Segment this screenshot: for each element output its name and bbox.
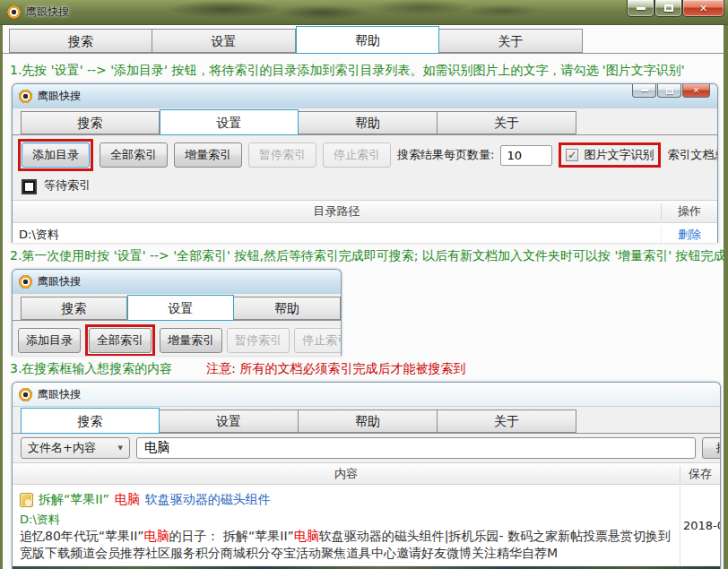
- highlight-box-ocr: 图片文字识别: [559, 142, 661, 168]
- screenshot3-tab-bar: 搜索 设置 帮助 关于: [13, 407, 720, 434]
- screenshot1-app-icon: [19, 90, 32, 103]
- search-type-value: 文件名+内容: [28, 440, 96, 456]
- highlight-box-full-index: 全部索引: [85, 324, 155, 356]
- screenshot3-window-title: 鹰眼快搜: [38, 387, 81, 402]
- column-action: 操作: [662, 203, 717, 220]
- screenshot2-window-title: 鹰眼快搜: [38, 274, 81, 289]
- wait-index-label: 等待索引: [44, 177, 91, 194]
- screenshot1-window-controls: ✕: [631, 84, 710, 98]
- screenshot1-tab-about: 关于: [438, 111, 576, 134]
- screenshot3-app-icon: [19, 388, 32, 401]
- main-title-bar: 鹰眼快搜: [0, 0, 728, 25]
- screenshot3-tab-about: 关于: [438, 410, 576, 433]
- result-title-pre: 拆解“苹果II”: [39, 492, 109, 508]
- screenshot1-close-button: ✕: [682, 84, 710, 98]
- column-directory-path: 目录路径: [13, 203, 662, 220]
- delete-link: 删除: [678, 228, 701, 241]
- screenshot1-title-bar: 鹰眼快搜 ✕: [13, 84, 717, 108]
- window-controls: ✕: [627, 0, 724, 17]
- per-page-input: [500, 145, 552, 166]
- action-cell: 删除: [662, 227, 717, 243]
- tab-settings[interactable]: 设置: [152, 29, 296, 53]
- screenshot1-tab-bar: 搜索 设置 帮助 关于: [13, 108, 717, 135]
- add-directory-button: 添加目录: [18, 328, 81, 353]
- incremental-index-button: 增量索引: [174, 142, 242, 168]
- snippet-text: 追忆80年代玩“苹果II”: [20, 529, 144, 543]
- screenshot2-tab-search: 搜索: [21, 297, 127, 320]
- tab-about[interactable]: 关于: [439, 29, 583, 53]
- pause-index-button: 暂停索引: [248, 142, 316, 168]
- search-bar-row: 文件名+内容 搜索: [13, 434, 720, 462]
- highlight-box-add-dir: 添加目录: [18, 139, 93, 171]
- screenshot2-app-icon: [19, 275, 32, 289]
- screenshot1-minimize-button: [632, 84, 656, 98]
- full-index-button: 全部索引: [89, 328, 152, 353]
- screenshot-fullindex-window: 鹰眼快搜 搜索 设置 帮助 添加目录 全部索引 增量索引 暂停索引 停止索引: [12, 269, 342, 356]
- stop-index-button: 停止索引: [294, 328, 342, 353]
- maximize-button[interactable]: [654, 0, 682, 17]
- result-row: 拆解“苹果II”电脑软盘驱动器的磁头组件 D:\资料 追忆80年代玩“苹果II”…: [13, 485, 720, 565]
- screenshot-search-window: 鹰眼快搜 搜索 设置 帮助 关于 文件名+内容 搜索 内容 保存: [12, 382, 721, 569]
- screenshot1-button-row: 添加目录 全部索引 增量索引 暂停索引 停止索引 搜索结果每页数量: 图片文字识…: [13, 135, 717, 174]
- wait-index-row: 等待索引: [13, 174, 717, 198]
- result-content-cell: 拆解“苹果II”电脑软盘驱动器的磁头组件 D:\资料 追忆80年代玩“苹果II”…: [13, 485, 680, 565]
- tab-search[interactable]: 搜索: [9, 29, 152, 53]
- snippet-highlight: 电脑: [144, 529, 169, 543]
- help-step-3: 3.在搜索框输入想搜索的内容注意: 所有的文档必须索引完成后才能被搜索到: [10, 360, 718, 377]
- screenshot3-title-bar: 鹰眼快搜: [13, 383, 720, 407]
- per-page-label: 搜索结果每页数量:: [397, 147, 494, 163]
- main-tab-bar: 搜索 设置 帮助 关于: [3, 25, 724, 54]
- incremental-index-button: 增量索引: [160, 328, 222, 353]
- close-icon: ✕: [693, 87, 700, 95]
- screenshot2-tab-settings: 设置: [127, 295, 234, 321]
- directory-path-cell: D:\资料: [13, 227, 662, 243]
- screenshot3-tab-help: 帮助: [299, 410, 438, 433]
- directory-table-row: D:\资料 删除: [13, 223, 717, 243]
- minimize-button[interactable]: [627, 0, 654, 17]
- screenshot3-tab-settings: 设置: [160, 410, 299, 433]
- window-title: 鹰眼快搜: [26, 4, 69, 20]
- help-step-2: 2.第一次使用时按 '设置' --> '全部索引' 按钮,然后等待索引完成即可搜…: [10, 247, 718, 264]
- maximize-icon: [664, 4, 673, 12]
- result-title-highlight: 电脑: [115, 492, 140, 508]
- search-input: [136, 437, 696, 459]
- close-icon: ✕: [699, 4, 707, 13]
- full-index-button: 全部索引: [100, 142, 168, 168]
- add-directory-button: 添加目录: [22, 142, 90, 168]
- main-client-area: 搜索 设置 帮助 关于 1.先按 '设置' --> '添加目录' 按钮，将待索引…: [3, 25, 724, 569]
- minimize-icon: [641, 90, 648, 91]
- help-step-3-text: 3.在搜索框输入想搜索的内容: [10, 361, 172, 375]
- screenshot1-window-title: 鹰眼快搜: [38, 89, 81, 104]
- snippet-text: 的日子： 拆解“苹果II”: [169, 529, 294, 543]
- doc-count-label: 索引文档总数:: [667, 147, 718, 163]
- document-icon: [20, 493, 33, 507]
- screenshot2-tab-help: 帮助: [234, 297, 341, 320]
- directory-table: 目录路径 操作 D:\资料 删除: [13, 200, 717, 243]
- maximize-icon: [666, 88, 673, 94]
- result-snippet: 追忆80年代玩“苹果II”电脑的日子： 拆解“苹果II”电脑软盘驱动器的磁头组件…: [20, 528, 672, 562]
- screenshot1-tab-settings: 设置: [160, 109, 299, 135]
- screenshot3-tab-search: 搜索: [21, 408, 160, 434]
- results-table-header: 内容 保存: [13, 462, 720, 485]
- result-title: 拆解“苹果II”电脑软盘驱动器的磁头组件: [20, 489, 672, 511]
- ocr-label: 图片文字识别: [584, 147, 654, 163]
- snippet-highlight: 电脑: [294, 529, 319, 543]
- screenshot1-maximize-button: [657, 84, 681, 98]
- directory-table-header: 目录路径 操作: [13, 201, 717, 223]
- column-content: 内容: [13, 466, 680, 482]
- wait-index-checkbox: [23, 181, 35, 193]
- tab-help[interactable]: 帮助: [296, 26, 439, 54]
- search-type-dropdown: 文件名+内容: [21, 437, 130, 459]
- screenshot1-tab-help: 帮助: [299, 111, 438, 134]
- ocr-checkbox: [566, 149, 578, 161]
- help-content: 1.先按 '设置' --> '添加目录' 按钮，将待索引的目录添加到索引目录列表…: [3, 54, 724, 569]
- app-icon: [7, 5, 21, 19]
- column-save-date: 保存: [680, 466, 720, 482]
- result-date-cell: 2018-03-: [680, 485, 720, 565]
- screenshot2-button-row: 添加目录 全部索引 增量索引 暂停索引 停止索引: [13, 321, 341, 356]
- close-button[interactable]: ✕: [682, 0, 724, 17]
- screenshot2-title-bar: 鹰眼快搜: [13, 270, 341, 294]
- minimize-icon: [637, 7, 646, 10]
- help-step-3-note: 注意: 所有的文档必须索引完成后才能被搜索到: [206, 361, 465, 375]
- screenshot-settings-window: 鹰眼快搜 ✕ 搜索 设置 帮助 关于 添加目录: [12, 83, 718, 243]
